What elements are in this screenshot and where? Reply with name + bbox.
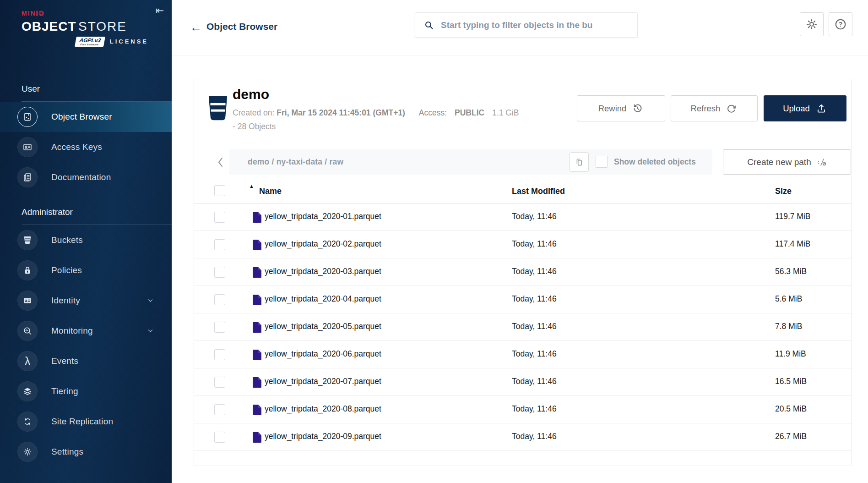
access-keys-icon	[17, 137, 38, 157]
table-row[interactable]: yellow_tripdata_2020-04.parquetToday, 11…	[194, 286, 852, 313]
table-row[interactable]: yellow_tripdata_2020-01.parquetToday, 11…	[194, 203, 852, 231]
created-on-value: Fri, Mar 15 2024 11:45:01 (GMT+1)	[277, 108, 405, 117]
table-row[interactable]: yellow_tripdata_2020-03.parquetToday, 11…	[194, 258, 852, 286]
select-all-checkbox[interactable]	[214, 185, 225, 196]
object-last-modified: Today, 11:46	[512, 377, 557, 386]
sidebar-item-object-browser[interactable]: Object Browser	[0, 102, 172, 132]
object-name[interactable]: yellow_tripdata_2020-06.parquet	[265, 349, 381, 359]
object-name[interactable]: yellow_tripdata_2020-08.parquet	[265, 404, 381, 414]
sidebar-item-settings[interactable]: Settings	[0, 437, 172, 467]
object-browser-icon	[17, 107, 38, 127]
policies-icon	[17, 260, 38, 280]
row-checkbox[interactable]	[214, 212, 225, 223]
license-label: LICENSE	[110, 38, 148, 45]
sidebar-item-documentation[interactable]: Documentation	[0, 162, 172, 192]
table-row[interactable]: yellow_tripdata_2020-08.parquetToday, 11…	[194, 396, 852, 423]
help-icon: ?	[834, 17, 847, 31]
object-name[interactable]: yellow_tripdata_2020-01.parquet	[265, 212, 381, 221]
row-checkbox[interactable]	[214, 267, 225, 278]
file-icon	[253, 240, 261, 250]
page-title: Object Browser	[206, 21, 277, 32]
sidebar-item-access-keys[interactable]: Access Keys	[0, 132, 172, 162]
file-icon	[253, 377, 261, 388]
filter-objects-search[interactable]	[415, 12, 638, 38]
sort-ascending-icon[interactable]: ▲	[249, 183, 254, 189]
row-checkbox[interactable]	[214, 432, 225, 443]
row-checkbox[interactable]	[214, 377, 225, 388]
table-row[interactable]: yellow_tripdata_2020-02.parquetToday, 11…	[194, 231, 852, 258]
table-row[interactable]: yellow_tripdata_2020-07.parquetToday, 11…	[194, 368, 852, 396]
refresh-button[interactable]: Refresh	[671, 95, 758, 121]
sidebar-section: AdministratorBucketsPoliciesIdentityMoni…	[0, 206, 172, 467]
chevron-down-icon[interactable]	[146, 297, 154, 305]
sidebar-item-label: Access Keys	[51, 142, 102, 152]
object-name[interactable]: yellow_tripdata_2020-03.parquet	[265, 267, 381, 276]
sidebar-item-buckets[interactable]: Buckets	[0, 225, 172, 255]
search-icon	[423, 20, 434, 31]
breadcrumb[interactable]: demo / ny-taxi-data / raw	[248, 149, 343, 175]
sidebar-item-policies[interactable]: Policies	[0, 255, 172, 285]
create-path-icon	[817, 157, 827, 167]
path-back-chevron[interactable]	[216, 149, 225, 175]
sidebar-item-label: Events	[51, 356, 78, 366]
column-header-size[interactable]: Size	[775, 187, 792, 196]
help-button[interactable]: ?	[829, 12, 852, 36]
svg-text:?: ?	[839, 21, 842, 28]
row-checkbox[interactable]	[214, 294, 225, 305]
sidebar-item-label: Object Browser	[51, 112, 112, 122]
agpl-badge: AGPLv3Free Software	[75, 37, 105, 47]
minio-wordmark: MINIO	[22, 9, 154, 17]
file-icon	[253, 295, 261, 305]
row-checkbox[interactable]	[214, 239, 225, 250]
object-store-wordmark: OBJECT STORE	[22, 19, 154, 34]
table-row[interactable]: yellow_tripdata_2020-09.parquetToday, 11…	[194, 423, 852, 451]
access-label: Access:	[419, 108, 447, 117]
object-last-modified: Today, 11:46	[512, 322, 557, 331]
file-icon	[253, 212, 261, 223]
show-deleted-label[interactable]: Show deleted objects	[614, 149, 696, 175]
settings-button[interactable]	[800, 12, 824, 36]
copy-path-button[interactable]	[570, 152, 589, 172]
upload-button[interactable]: Upload	[764, 95, 846, 121]
object-last-modified: Today, 11:46	[512, 404, 557, 414]
row-checkbox[interactable]	[214, 349, 225, 360]
object-name[interactable]: yellow_tripdata_2020-02.parquet	[265, 239, 381, 249]
file-icon	[253, 432, 261, 443]
sidebar-item-tiering[interactable]: Tiering	[0, 376, 172, 406]
object-name[interactable]: yellow_tripdata_2020-09.parquet	[265, 432, 381, 441]
sidebar-item-identity[interactable]: Identity	[0, 285, 172, 316]
upload-icon	[815, 103, 827, 115]
sidebar-item-monitoring[interactable]: Monitoring	[0, 316, 172, 346]
row-checkbox[interactable]	[214, 404, 225, 415]
bucket-name: demo	[233, 87, 269, 102]
row-checkbox[interactable]	[214, 322, 225, 333]
file-icon	[253, 322, 261, 333]
sidebar-item-site-replication[interactable]: Site Replication	[0, 406, 172, 437]
column-header-name[interactable]: Name	[259, 187, 282, 196]
gear-icon	[805, 17, 819, 31]
collapse-sidebar-icon[interactable]: ⇤	[154, 5, 166, 16]
bucket-metadata: Created on: Fri, Mar 15 2024 11:45:01 (G…	[233, 106, 521, 133]
object-list: yellow_tripdata_2020-01.parquetToday, 11…	[194, 203, 852, 451]
rewind-button[interactable]: Rewind	[577, 95, 665, 121]
back-arrow-icon[interactable]: ←	[190, 20, 202, 34]
object-name[interactable]: yellow_tripdata_2020-07.parquet	[265, 377, 381, 386]
create-new-path-button[interactable]: Create new path	[723, 149, 851, 175]
sidebar-item-label: Tiering	[51, 386, 78, 396]
sidebar-item-label: Buckets	[51, 235, 83, 245]
events-icon: λ	[17, 351, 38, 371]
created-on-label: Created on:	[233, 108, 274, 117]
table-row[interactable]: yellow_tripdata_2020-06.parquetToday, 11…	[194, 341, 852, 368]
table-row[interactable]: yellow_tripdata_2020-05.parquetToday, 11…	[194, 313, 852, 341]
search-input[interactable]	[441, 20, 630, 30]
object-name[interactable]: yellow_tripdata_2020-05.parquet	[265, 322, 381, 331]
sidebar-item-events[interactable]: λEvents	[0, 346, 172, 376]
site-replication-icon	[17, 412, 38, 432]
file-icon	[253, 350, 261, 360]
section-label: User	[0, 83, 172, 95]
object-last-modified: Today, 11:46	[512, 432, 557, 441]
chevron-down-icon[interactable]	[146, 327, 154, 335]
show-deleted-checkbox[interactable]	[596, 156, 608, 168]
object-name[interactable]: yellow_tripdata_2020-04.parquet	[265, 294, 381, 304]
column-header-last-modified[interactable]: Last Modified	[512, 187, 565, 196]
